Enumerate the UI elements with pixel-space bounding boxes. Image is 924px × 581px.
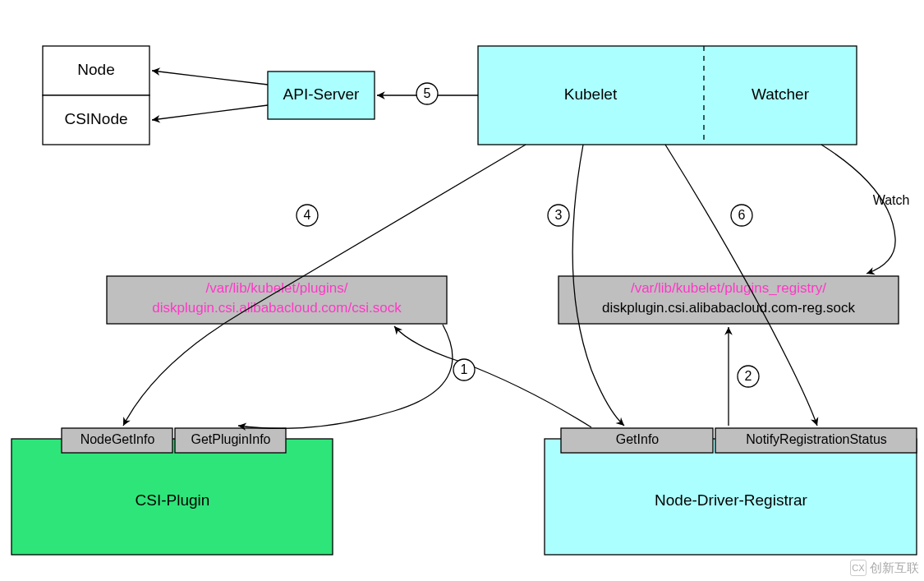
step2-badge: 2	[745, 369, 752, 383]
ndr-getinfo-label: GetInfo	[616, 432, 660, 446]
api-server-label: API-Server	[283, 85, 361, 103]
edge-sock-getplugininfo	[238, 325, 453, 428]
kubelet-box: Kubelet Watcher	[478, 46, 857, 145]
step6-badge: 6	[738, 208, 746, 222]
watermark: CX 创新互联	[850, 560, 919, 576]
watcher-label: Watcher	[752, 85, 810, 103]
registry-sock-path-box: /var/lib/kubelet/plugins_registry/ diskp…	[559, 276, 899, 324]
edge-apiserver-csinode	[152, 105, 268, 120]
step5-badge: 5	[424, 86, 431, 100]
node-driver-registrar-box: GetInfo NotifyRegistrationStatus Node-Dr…	[545, 428, 917, 555]
api-server-box: API-Server	[268, 71, 375, 119]
csi-plugin-box: NodeGetInfo GetPluginInfo CSI-Plugin	[11, 428, 333, 555]
step3-badge: 3	[555, 208, 563, 222]
edge-apiserver-node	[152, 71, 268, 85]
node-label: Node	[77, 61, 114, 78]
edge-getinfo-csisock	[394, 326, 591, 427]
watermark-icon: CX	[850, 560, 867, 576]
watermark-text: 创新互联	[870, 560, 919, 576]
registry-sock-path-line1: /var/lib/kubelet/plugins_registry/	[631, 280, 826, 296]
kubelet-label: Kubelet	[564, 85, 618, 103]
watch-label: Watch	[873, 193, 910, 207]
csi-getplugininfo-label: GetPluginInfo	[191, 432, 271, 446]
csi-nodegetinfo-label: NodeGetInfo	[80, 432, 155, 446]
csinode-label: CSINode	[64, 110, 127, 127]
csi-sock-path-line1: /var/lib/kubelet/plugins/	[206, 280, 348, 296]
csi-sock-path-box: /var/lib/kubelet/plugins/ diskplugin.csi…	[107, 276, 447, 324]
node-group: Node CSINode	[43, 46, 149, 145]
registry-sock-path-line2: diskplugin.csi.alibabacloud.com-reg.sock	[602, 300, 856, 316]
step4-badge: 4	[304, 208, 311, 222]
csi-plugin-label: CSI-Plugin	[136, 491, 210, 509]
ndr-notify-label: NotifyRegistrationStatus	[746, 432, 887, 446]
step1-badge: 1	[461, 362, 468, 376]
edge-watcher-registrysock	[821, 145, 895, 274]
ndr-label: Node-Driver-Registrar	[655, 491, 807, 509]
csi-sock-path-line2: diskplugin.csi.alibabacloud.com/csi.sock	[152, 300, 402, 316]
